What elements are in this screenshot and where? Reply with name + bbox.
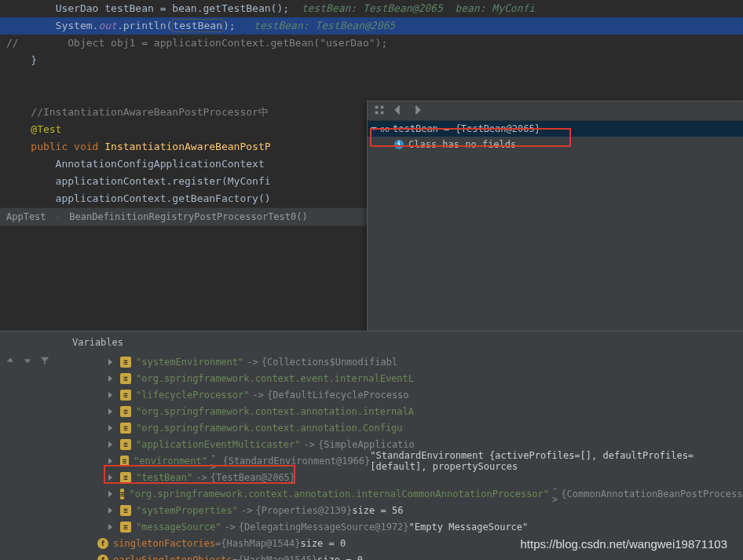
code-line xyxy=(0,69,743,86)
expand-icon[interactable] xyxy=(108,375,112,382)
variable-text: testBean = {TestBean@2065} xyxy=(393,123,540,134)
popup-info-row: i Class has no fields xyxy=(368,137,743,152)
object-icon: oo xyxy=(380,125,390,134)
variables-header: Variables xyxy=(66,334,130,351)
expand-icon[interactable] xyxy=(108,359,112,365)
variable-row[interactable]: ≡"org.springframework.context.event.inte… xyxy=(66,370,743,386)
debug-side-icons xyxy=(5,355,50,368)
variable-row[interactable]: ≡"org.springframework.context.annotation… xyxy=(66,403,743,419)
map-entry-icon: ≡ xyxy=(120,489,124,500)
expand-icon[interactable] xyxy=(108,524,112,530)
map-entry-icon: ≡ xyxy=(120,406,131,417)
popup-nav-icon[interactable] xyxy=(374,104,385,118)
map-entry-icon: ≡ xyxy=(120,373,131,384)
variables-list[interactable]: ≡"systemEnvironment" -> {Collections$Unm… xyxy=(66,353,743,560)
map-entry-icon: ≡ xyxy=(120,522,131,533)
variable-row[interactable]: ≡"lifecycleProcessor" -> {DefaultLifecyc… xyxy=(66,386,743,403)
variable-row[interactable]: ≡"org.springframework.context.annotation… xyxy=(66,485,743,502)
variable-row[interactable]: ≡"systemEnvironment" -> {Collections$Unm… xyxy=(66,353,743,370)
expand-icon[interactable] xyxy=(108,392,112,398)
expand-icon[interactable] xyxy=(108,441,112,448)
watermark: https://blog.csdn.net/wangwei19871103 xyxy=(520,537,727,551)
breadcrumb-item[interactable]: BeanDefinitionRegistryPostProcessorTest0… xyxy=(69,211,307,222)
back-icon[interactable] xyxy=(393,104,404,118)
breadcrumb-separator: › xyxy=(55,211,60,222)
info-text: Class has no fields xyxy=(408,139,516,150)
expand-icon[interactable] xyxy=(108,425,112,431)
variable-row[interactable]: fearlySingletonObjects = {HashMap@1545} … xyxy=(66,551,743,560)
map-entry-icon: ≡ xyxy=(120,472,131,483)
variable-row[interactable]: ≡"systemProperties" -> {Properties@2139}… xyxy=(66,502,743,518)
filter-icon[interactable] xyxy=(39,355,50,368)
variable-row[interactable]: ≡"org.springframework.context.annotation… xyxy=(66,419,743,436)
expand-icon[interactable] xyxy=(108,491,112,497)
expand-icon[interactable] xyxy=(108,408,112,415)
code-line-highlighted: System.out.println(testBean); testBean: … xyxy=(0,17,743,35)
expand-icon[interactable] xyxy=(108,507,112,514)
info-icon: i xyxy=(394,140,404,149)
code-line: UserDao testBean = bean.getTestBean(); t… xyxy=(0,0,743,17)
code-line: } xyxy=(0,52,743,69)
field-icon: f xyxy=(97,555,108,561)
forward-icon[interactable] xyxy=(412,104,423,118)
expand-icon[interactable] xyxy=(108,474,112,481)
popup-variable-row[interactable]: oo testBean = {TestBean@2065} xyxy=(368,121,743,137)
map-entry-icon: ≡ xyxy=(120,439,131,450)
down-icon[interactable] xyxy=(22,355,33,368)
variable-row[interactable]: ≡"messageSource" -> {DelegatingMessageSo… xyxy=(66,518,743,535)
expand-icon[interactable] xyxy=(108,458,112,464)
map-entry-icon: ≡ xyxy=(120,505,131,516)
code-line: // Object obj1 = applicationContext.getB… xyxy=(0,35,743,52)
map-entry-icon: ≡ xyxy=(120,456,129,467)
expand-icon[interactable] xyxy=(371,127,377,130)
debug-panel[interactable]: Variables ≡"systemEnvironment" -> {Colle… xyxy=(0,331,743,560)
up-icon[interactable] xyxy=(5,355,16,368)
map-entry-icon: ≡ xyxy=(120,357,131,368)
breadcrumb-item[interactable]: AppTest xyxy=(6,211,46,222)
variable-row[interactable]: ≡"environment" -> {StandardEnvironment@1… xyxy=(66,452,743,469)
map-entry-icon: ≡ xyxy=(120,423,131,434)
field-icon: f xyxy=(97,538,108,549)
map-entry-icon: ≡ xyxy=(120,390,131,401)
popup-toolbar xyxy=(368,101,743,121)
